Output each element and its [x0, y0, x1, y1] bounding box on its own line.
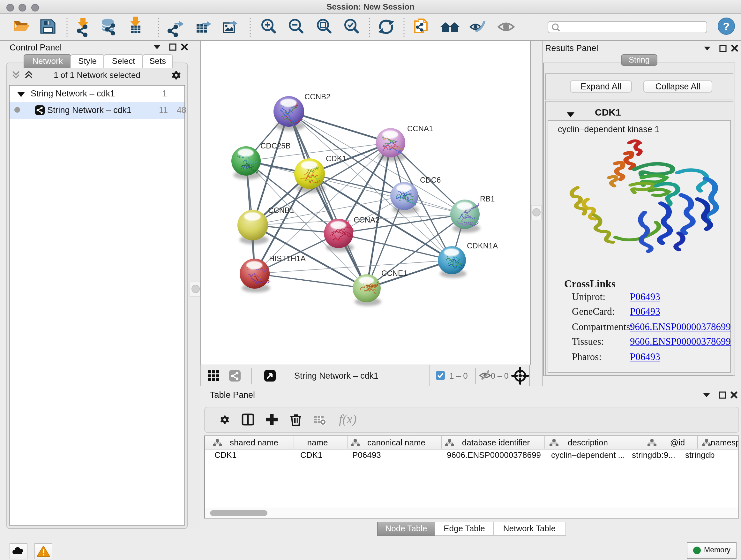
svg-text:name: name: [307, 438, 328, 447]
svg-text:CDKN1A: CDKN1A: [467, 241, 498, 250]
svg-text:CCNA1: CCNA1: [407, 124, 433, 133]
svg-text:1 – 0: 1 – 0: [449, 371, 468, 381]
svg-text:CDC25B: CDC25B: [260, 141, 291, 150]
svg-text:cyclin–dependent ...: cyclin–dependent ...: [551, 450, 625, 460]
svg-text:database identifier: database identifier: [462, 438, 530, 447]
svg-text:CCNE1: CCNE1: [381, 269, 407, 277]
svg-text:description: description: [568, 438, 608, 447]
svg-text:CDK1: CDK1: [214, 450, 237, 460]
svg-text:RB1: RB1: [480, 194, 495, 203]
svg-text:HIST1H1A: HIST1H1A: [269, 254, 306, 263]
svg-text:f(x): f(x): [339, 412, 357, 426]
svg-text:CDK1: CDK1: [326, 154, 346, 163]
svg-text:@id: @id: [670, 438, 685, 447]
svg-text:CDK1: CDK1: [300, 450, 322, 460]
svg-text:namespac: namespac: [711, 438, 738, 447]
svg-text:9606.ENSP00000378699: 9606.ENSP00000378699: [447, 450, 541, 460]
svg-text:stringdb:9...: stringdb:9...: [632, 450, 675, 460]
svg-text:CCNB2: CCNB2: [305, 92, 330, 101]
svg-text:shared name: shared name: [230, 438, 278, 447]
svg-text:0 – 0: 0 – 0: [491, 371, 509, 380]
svg-text:CCNB1: CCNB1: [268, 206, 294, 214]
svg-text:?: ?: [723, 20, 730, 32]
svg-text:CCNA2: CCNA2: [354, 215, 380, 224]
svg-text:CDC6: CDC6: [420, 176, 441, 184]
svg-text:canonical name: canonical name: [367, 438, 425, 447]
svg-text:stringdb: stringdb: [685, 450, 715, 460]
svg-text:P06493: P06493: [352, 450, 381, 460]
